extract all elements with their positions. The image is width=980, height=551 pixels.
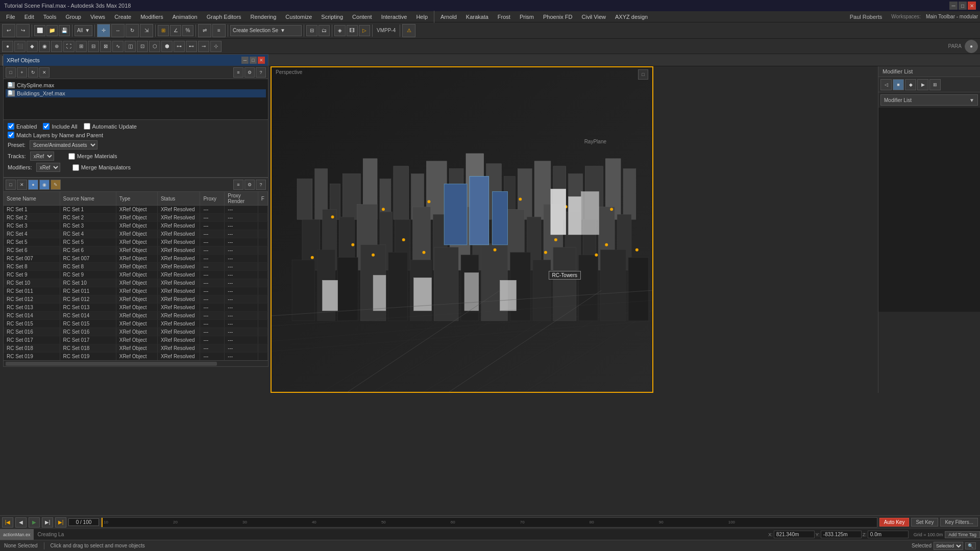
y-coord[interactable]: -833.125m: [821, 531, 862, 538]
search-btn[interactable]: 🔍: [965, 542, 976, 549]
xref-close-btn[interactable]: ✕: [258, 57, 265, 64]
create-selection-dropdown[interactable]: Create Selection Se ▼: [230, 25, 302, 36]
tb2-btn18[interactable]: ⊹: [210, 41, 222, 52]
tb2-btn5[interactable]: ⊕: [51, 41, 62, 52]
tb2-btn9[interactable]: ⊠: [100, 41, 111, 52]
next-frame-btn[interactable]: ▶|: [42, 517, 53, 528]
z-coord[interactable]: 0.0m: [868, 531, 909, 538]
table-row[interactable]: RC Set 012RC Set 012XRef ObjectXRef Reso…: [4, 295, 268, 304]
timeline-scrubber[interactable]: 10 20 30 40 50 60 70 80 90 100: [101, 517, 877, 528]
new-scene-button[interactable]: ⬜: [34, 25, 45, 36]
x-coord[interactable]: 821.340m: [774, 531, 815, 538]
table-row[interactable]: RC Set 4RC Set 4XRef ObjectXRef Resolved…: [4, 230, 268, 238]
tb2-btn15[interactable]: ⊶: [174, 41, 185, 52]
menu-edit[interactable]: Edit: [20, 13, 38, 21]
col-proxy-render[interactable]: Proxy Render: [225, 192, 258, 206]
merge-manipulators-checkbox[interactable]: Merge Manipulators: [72, 164, 131, 171]
col-type[interactable]: Type: [116, 192, 157, 206]
material-editor-btn[interactable]: ◈: [334, 25, 346, 36]
match-layers-input[interactable]: [8, 132, 14, 138]
redo-button[interactable]: ↪: [16, 24, 30, 37]
table-row[interactable]: RC Set 007RC Set 007XRef ObjectXRef Reso…: [4, 255, 268, 263]
tb2-btn17[interactable]: ⊸: [198, 41, 209, 52]
xref-attach-btn[interactable]: +: [17, 67, 27, 78]
include-all-input[interactable]: [43, 123, 50, 130]
tracks-dropdown[interactable]: xRef: [30, 152, 54, 161]
key-filters-btn[interactable]: Key Filters...: [940, 518, 978, 527]
col-source-name[interactable]: Source Name: [60, 192, 116, 206]
move-tool[interactable]: ↔: [111, 24, 125, 37]
table-row[interactable]: RC Set 1RC Set 1XRef ObjectXRef Resolved…: [4, 206, 268, 214]
table-row[interactable]: RC Set 10RC Set 10XRef ObjectXRef Resolv…: [4, 279, 268, 287]
tb2-btn11[interactable]: ◫: [125, 41, 136, 52]
menu-create[interactable]: Create: [110, 13, 135, 21]
prev-key-btn[interactable]: |◀: [2, 517, 13, 528]
col-f[interactable]: F: [258, 192, 267, 206]
mirror-tool[interactable]: ⇌: [198, 24, 211, 37]
tb2-btn3[interactable]: ◆: [27, 41, 38, 52]
xref-file-cityspline[interactable]: 📄 CitySpline.max: [6, 81, 266, 89]
tb2-btn8[interactable]: ⊟: [88, 41, 99, 52]
open-button[interactable]: 📁: [46, 25, 58, 36]
scene-tb-btn1[interactable]: □: [6, 180, 16, 190]
table-row[interactable]: RC Set 014RC Set 014XRef ObjectXRef Reso…: [4, 312, 268, 320]
scene-tb-view-btn[interactable]: ≡: [233, 180, 243, 190]
angle-snap[interactable]: ∠: [170, 25, 181, 36]
viewport-maximize-btn[interactable]: □: [638, 69, 648, 80]
play-btn[interactable]: ▶: [29, 517, 40, 528]
menu-content[interactable]: Content: [348, 13, 376, 21]
merge-manipulators-input[interactable]: [72, 164, 79, 171]
scene-tb-btn2[interactable]: ✕: [17, 180, 27, 190]
auto-update-input[interactable]: [84, 123, 90, 130]
auto-key-btn[interactable]: Auto Key: [879, 518, 910, 527]
tb2-btn4[interactable]: ◉: [39, 41, 50, 52]
tb2-btn7[interactable]: ⊞: [76, 41, 87, 52]
rp-btn2[interactable]: ■: [893, 79, 904, 90]
undo-button[interactable]: ↩: [2, 24, 15, 37]
selected-dropdown[interactable]: Selected: [934, 542, 963, 550]
table-row[interactable]: RC Set 2RC Set 2XRef ObjectXRef Resolved…: [4, 214, 268, 222]
xref-maximize-btn[interactable]: □: [250, 57, 257, 64]
table-row[interactable]: RC Set 9RC Set 9XRef ObjectXRef Resolved…: [4, 271, 268, 279]
scene-tb-btn5[interactable]: ✎: [51, 180, 61, 190]
tb2-btn1[interactable]: ●: [2, 41, 13, 52]
close-button[interactable]: ✕: [968, 2, 976, 10]
rp-btn1[interactable]: ◁: [880, 79, 892, 90]
tb2-btn14[interactable]: ⬢: [161, 41, 173, 52]
include-all-checkbox[interactable]: Include All: [43, 123, 77, 130]
frame-counter[interactable]: 0 / 100: [68, 518, 99, 526]
add-time-tag-btn[interactable]: Add Time Tag: [945, 531, 980, 538]
menu-prism[interactable]: Prism: [516, 13, 538, 21]
menu-civil[interactable]: Civil View: [578, 13, 610, 21]
table-row[interactable]: RC Set 017RC Set 017XRef ObjectXRef Reso…: [4, 336, 268, 344]
menu-graph-editors[interactable]: Graph Editors: [203, 13, 246, 21]
enabled-checkbox[interactable]: Enabled: [8, 123, 37, 130]
prev-frame-btn[interactable]: ◀: [15, 517, 27, 528]
scene-tb-settings-btn[interactable]: ⚙: [244, 180, 255, 190]
table-row[interactable]: RC Set 8RC Set 8XRef ObjectXRef Resolved…: [4, 263, 268, 271]
rotate-tool[interactable]: ↻: [126, 24, 139, 37]
table-row[interactable]: RC Set 011RC Set 011XRef ObjectXRef Reso…: [4, 287, 268, 295]
scene-tb-help-btn[interactable]: ?: [256, 180, 266, 190]
preset-dropdown[interactable]: Scene/Animated Assets: [30, 140, 97, 149]
tb2-btn16[interactable]: ⊷: [186, 41, 197, 52]
percent-snap[interactable]: %: [182, 25, 193, 36]
rp-btn4[interactable]: ▶: [917, 79, 928, 90]
scene-explorer-btn[interactable]: 🗂: [318, 25, 330, 36]
tb2-btn10[interactable]: ∿: [112, 41, 124, 52]
tb2-btn12[interactable]: ⊡: [137, 41, 148, 52]
tb2-btn6[interactable]: ⛶: [63, 41, 75, 52]
table-row[interactable]: RC Set 018RC Set 018XRef ObjectXRef Reso…: [4, 344, 268, 353]
menu-animation[interactable]: Animation: [168, 13, 202, 21]
table-row[interactable]: RC Set 019RC Set 019XRef ObjectXRef Reso…: [4, 353, 268, 361]
enabled-input[interactable]: [8, 123, 14, 130]
menu-group[interactable]: Group: [61, 13, 85, 21]
rp-btn5[interactable]: ⊞: [929, 79, 941, 90]
table-row[interactable]: RC Set 3RC Set 3XRef ObjectXRef Resolved…: [4, 222, 268, 230]
xref-new-file-btn[interactable]: □: [6, 67, 16, 78]
table-row[interactable]: RC Set 013RC Set 013XRef ObjectXRef Reso…: [4, 304, 268, 312]
merge-materials-checkbox[interactable]: Merge Materials: [68, 153, 117, 160]
select-mode-dropdown[interactable]: All ▼: [75, 25, 92, 36]
col-status[interactable]: Status: [157, 192, 200, 206]
menu-views[interactable]: Views: [86, 13, 109, 21]
